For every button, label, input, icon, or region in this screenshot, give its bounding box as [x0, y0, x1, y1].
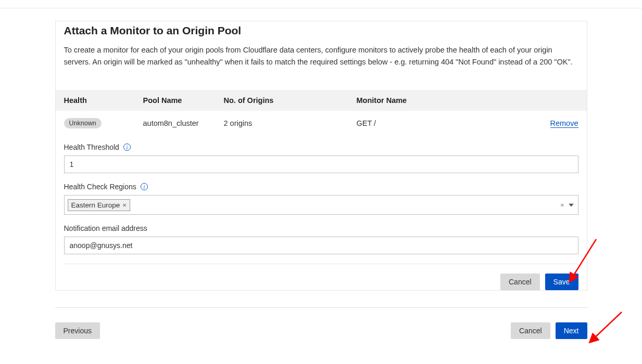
chevron-down-icon[interactable] — [569, 203, 574, 206]
health-check-regions-label: Health Check Regions — [64, 183, 136, 191]
previous-button[interactable]: Previous — [55, 322, 100, 339]
table-row: Unknown autom8n_cluster 2 origins GET / … — [56, 111, 587, 133]
table-header: Health Pool Name No. of Origins Monitor … — [56, 90, 587, 111]
status-badge: Unknown — [64, 118, 102, 128]
health-check-regions-select[interactable]: Eastern Europe × × — [64, 195, 578, 215]
notification-email-input[interactable] — [64, 237, 578, 254]
header-monitor-name: Monitor Name — [357, 96, 578, 105]
region-tag: Eastern Europe × — [68, 199, 130, 211]
cancel-button[interactable]: Cancel — [500, 274, 540, 290]
remove-link[interactable]: Remove — [550, 119, 578, 128]
header-origins: No. of Origins — [224, 96, 357, 105]
region-tag-label: Eastern Europe — [71, 201, 120, 209]
save-button[interactable]: Save — [545, 274, 578, 290]
cell-origins: 2 origins — [224, 119, 357, 127]
info-icon[interactable]: i — [123, 144, 131, 151]
clear-all-icon[interactable]: × — [560, 202, 564, 209]
cancel-button[interactable]: Cancel — [511, 322, 550, 339]
close-icon[interactable]: × — [122, 202, 127, 209]
next-button[interactable]: Next — [556, 322, 587, 339]
page-description: To create a monitor for each of your ori… — [64, 44, 578, 68]
cell-monitor-name: GET / — [357, 119, 537, 127]
divider — [55, 307, 587, 308]
header-pool-name: Pool Name — [143, 96, 224, 105]
info-icon[interactable]: i — [141, 183, 148, 190]
page-title: Attach a Monitor to an Origin Pool — [64, 21, 578, 37]
notification-email-label: Notification email address — [64, 224, 147, 232]
divider — [64, 264, 578, 264]
annotation-arrow — [584, 309, 626, 339]
svg-line-1 — [590, 312, 622, 339]
header-health: Health — [64, 96, 143, 105]
health-threshold-input[interactable] — [64, 155, 578, 173]
cell-pool-name: autom8n_cluster — [143, 119, 224, 127]
health-threshold-label: Health Threshold — [64, 143, 119, 151]
